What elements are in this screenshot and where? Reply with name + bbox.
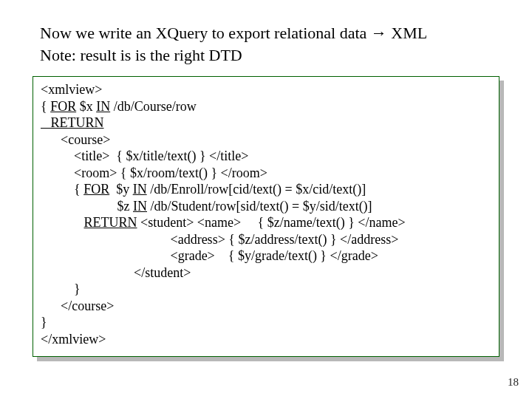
code-l09a xyxy=(41,215,84,230)
code-l12: </student> xyxy=(41,265,191,280)
code-l05: <title> { $x/title/text() } </title> xyxy=(41,149,248,163)
code-l02-for: FOR xyxy=(50,99,76,114)
code-l02c: /db/Course/row xyxy=(110,99,197,114)
code-box-wrap: <xmlview> { FOR $x IN /db/Course/row RET… xyxy=(33,76,499,357)
code-l09-return: RETURN xyxy=(84,215,137,230)
code-l01: <xmlview> xyxy=(41,82,102,97)
code-l10: <address> { $z/address/text() } </addres… xyxy=(41,232,398,247)
code-l09b: <student> <name> { $z/name/text() } </na… xyxy=(137,215,406,230)
code-l07-in: IN xyxy=(133,182,147,197)
code-l14: </course> xyxy=(41,299,114,313)
intro-line2: Note: result is is the right DTD xyxy=(40,46,242,64)
code-l07-for: FOR xyxy=(83,182,109,197)
code-box: <xmlview> { FOR $x IN /db/Course/row RET… xyxy=(33,76,499,357)
code-l07a: { xyxy=(41,182,83,197)
slide: Now we write an XQuery to export relatio… xyxy=(0,0,532,399)
code-l08b: /db/Student/row[sid/text() = $y/sid/text… xyxy=(147,199,372,214)
intro-line1-b: XML xyxy=(387,24,427,42)
code-l08-in: IN xyxy=(133,199,147,214)
code-l13: } xyxy=(41,282,81,296)
code-l16: </xmlview> xyxy=(41,332,106,347)
code-l03-return: RETURN xyxy=(41,115,104,130)
intro-text: Now we write an XQuery to export relatio… xyxy=(40,22,499,66)
code-l02b: $x xyxy=(76,99,96,114)
code-l02-in: IN xyxy=(96,99,110,114)
code-l04: <course> xyxy=(41,132,110,147)
code-l07b: $y xyxy=(109,182,133,197)
code-l02a: { xyxy=(41,99,50,114)
page-number: 18 xyxy=(508,376,519,389)
code-l06: <room> { $x/room/text() } </room> xyxy=(41,166,267,180)
code-l11: <grade> { $y/grade/text() } </grade> xyxy=(41,248,378,263)
intro-line1-a: Now we write an XQuery to export relatio… xyxy=(40,24,371,42)
code-l08a: $z xyxy=(41,199,133,214)
code-l07c: /db/Enroll/row[cid/text() = $x/cid/text(… xyxy=(147,182,366,197)
code-l15: } xyxy=(41,315,47,330)
arrow-icon: → xyxy=(371,24,387,42)
